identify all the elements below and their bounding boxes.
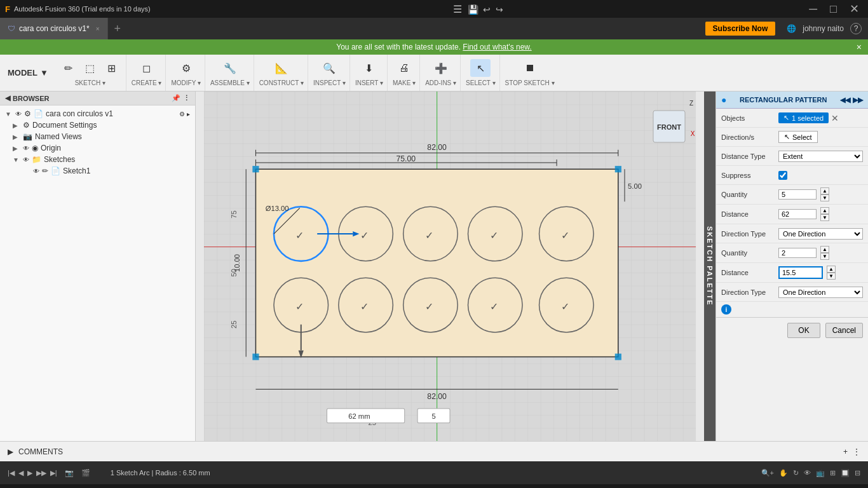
construct-btn[interactable]: 📐 <box>271 59 292 77</box>
distance-type-select[interactable]: Extent Spacing <box>778 151 863 162</box>
pattern-forward-icon[interactable]: ▶▶ <box>853 96 863 104</box>
help-button[interactable]: ? <box>850 23 862 34</box>
tree-named-views[interactable]: ▶ 📷 Named Views <box>0 131 195 142</box>
comments-add-icon[interactable]: + <box>843 447 848 456</box>
browser-pin-icon[interactable]: 📌 <box>172 94 180 102</box>
redo-icon[interactable]: ↪ <box>496 4 503 15</box>
quantity1-up[interactable]: ▲ <box>820 187 829 194</box>
comments-expand[interactable]: ▶ <box>8 447 13 456</box>
minimize-button[interactable]: ─ <box>805 3 821 16</box>
make-btn[interactable]: 🖨 <box>394 59 414 77</box>
quantity2-up[interactable]: ▲ <box>820 246 829 253</box>
modify-btn[interactable]: ⚙ <box>176 59 196 77</box>
direction-type1-select[interactable]: One Direction Symmetric <box>778 228 863 240</box>
maximize-button[interactable]: □ <box>826 3 841 16</box>
ie-taskbar[interactable]: e <box>156 485 184 488</box>
search-button[interactable]: 🔍 <box>32 485 60 488</box>
canvas-area[interactable]: ✓ ✓ ✓ ✓ ✓ ✓ ✓ ✓ <box>196 92 704 441</box>
distance1-row: Distance ▲ ▼ <box>716 205 868 224</box>
stop-sketch-btn[interactable]: ⏹ <box>520 59 540 77</box>
addins-btn[interactable]: ➕ <box>431 59 451 77</box>
browser-menu-icon[interactable]: ⋮ <box>183 94 190 102</box>
nav-prev[interactable]: ◀ <box>18 469 24 477</box>
svg-text:5.00: 5.00 <box>628 182 642 190</box>
sketch-project-btn[interactable]: ⊞ <box>102 59 122 77</box>
sketch-palette[interactable]: SKETCH PALETTE <box>704 92 715 441</box>
network-icon: 🌐 <box>787 24 796 33</box>
user-name[interactable]: johnny naito <box>803 24 844 33</box>
browser-collapse-icon[interactable]: ◀ <box>5 94 10 102</box>
notif-text: You are all set with the latest update. <box>336 43 461 51</box>
title-bar: F Autodesk Fusion 360 (Trial ends in 10 … <box>0 0 868 18</box>
suppress-checkbox[interactable] <box>778 171 787 180</box>
assemble-btn[interactable]: 🔧 <box>220 59 240 77</box>
nav-start[interactable]: |◀ <box>8 469 15 477</box>
snap-icon[interactable]: 🔲 <box>841 469 850 477</box>
pan-icon[interactable]: ✋ <box>779 469 788 477</box>
model-label: MODEL <box>8 68 37 78</box>
distance2-input[interactable] <box>778 266 823 279</box>
close-button[interactable]: ✕ <box>846 2 863 16</box>
save-icon[interactable]: 💾 <box>468 4 478 15</box>
tree-origin[interactable]: ▶ 👁 ◉ Origin <box>0 142 195 154</box>
task-view-button[interactable]: ⊡ <box>61 485 89 488</box>
notif-link[interactable]: Find out what's new. <box>463 43 531 51</box>
chrome-taskbar[interactable]: 🌐 <box>273 485 301 488</box>
model-dropdown[interactable]: MODEL ▼ <box>3 65 53 80</box>
active-tab[interactable]: 🛡 cara con circulos v1* × <box>0 18 108 39</box>
comments-pin-icon[interactable]: ⋮ <box>853 447 860 456</box>
sketch-create-btn[interactable]: ✏ <box>58 59 79 77</box>
tree-doc-settings[interactable]: ▶ ⚙ Document Settings <box>0 119 195 131</box>
quantity2-input[interactable] <box>778 248 817 258</box>
new-tab-button[interactable]: + <box>108 18 128 39</box>
look-icon[interactable]: 👁 <box>804 469 811 477</box>
undo-icon[interactable]: ↩ <box>483 4 491 15</box>
quantity2-down[interactable]: ▼ <box>820 253 829 260</box>
menu-icon[interactable]: ☰ <box>453 4 462 15</box>
nav-next[interactable]: ▶▶ <box>36 469 46 477</box>
distance2-up[interactable]: ▲ <box>827 266 836 273</box>
distance1-input[interactable] <box>778 209 817 219</box>
camera-icon[interactable]: 📷 <box>65 469 74 477</box>
direction-type2-select[interactable]: One Direction Symmetric <box>778 287 863 298</box>
tree-sketch1[interactable]: 👁 ✏ 📄 Sketch1 <box>0 165 195 177</box>
tree-root-menu[interactable]: ⚙ ▸ <box>179 111 190 118</box>
store-taskbar[interactable]: 🛍 <box>214 485 242 488</box>
word-taskbar[interactable]: W <box>126 485 154 488</box>
directions-select-btn[interactable]: ↖ Select <box>778 131 818 143</box>
app5-taskbar[interactable]: F <box>302 485 330 488</box>
inspect-btn[interactable]: 🔍 <box>319 59 339 77</box>
zoom-icon[interactable]: 🔍+ <box>761 469 774 477</box>
tree-sketches-label: Sketches <box>44 155 75 164</box>
create-btn[interactable]: ◻ <box>137 59 157 77</box>
nav-end[interactable]: ▶| <box>50 469 57 477</box>
mail-taskbar[interactable]: ✉ <box>243 485 271 488</box>
start-button[interactable]: ⊞ <box>3 485 31 488</box>
ok-button[interactable]: OK <box>787 323 820 338</box>
notif-close[interactable]: × <box>857 42 862 52</box>
distance2-down[interactable]: ▼ <box>827 273 836 280</box>
tab-close[interactable]: × <box>96 25 100 32</box>
grid-icon[interactable]: ⊞ <box>830 469 836 477</box>
select-btn[interactable]: ↖ <box>470 59 491 77</box>
layout-icon[interactable]: ⊟ <box>855 469 860 477</box>
tree-sketches[interactable]: ▼ 👁 📁 Sketches <box>0 154 195 165</box>
nav-play[interactable]: ▶ <box>27 469 32 477</box>
clear-selection-icon[interactable]: ✕ <box>831 113 839 123</box>
distance1-down[interactable]: ▼ <box>820 214 829 221</box>
insert-btn[interactable]: ⬇ <box>359 59 379 77</box>
explorer-taskbar[interactable]: 📁 <box>185 485 213 488</box>
record-icon[interactable]: 🎬 <box>81 469 90 477</box>
distance1-up[interactable]: ▲ <box>820 207 829 214</box>
subscribe-button[interactable]: Subscribe Now <box>705 22 776 36</box>
quantity1-down[interactable]: ▼ <box>820 194 829 201</box>
view-cube[interactable]: Z X FRONT <box>647 98 698 149</box>
sketch-finish-btn[interactable]: ⬚ <box>80 59 100 77</box>
display-icon[interactable]: 📺 <box>816 469 825 477</box>
quantity1-input[interactable] <box>778 189 817 200</box>
tree-root[interactable]: ▼ 👁 ⚙ 📄 cara con circulos v1 ⚙ ▸ <box>0 108 195 119</box>
pattern-back-icon[interactable]: ◀◀ <box>840 96 850 104</box>
fusion360-taskbar[interactable]: F <box>97 485 125 488</box>
cancel-button[interactable]: Cancel <box>825 323 863 338</box>
orbit-icon[interactable]: ↻ <box>793 469 799 477</box>
